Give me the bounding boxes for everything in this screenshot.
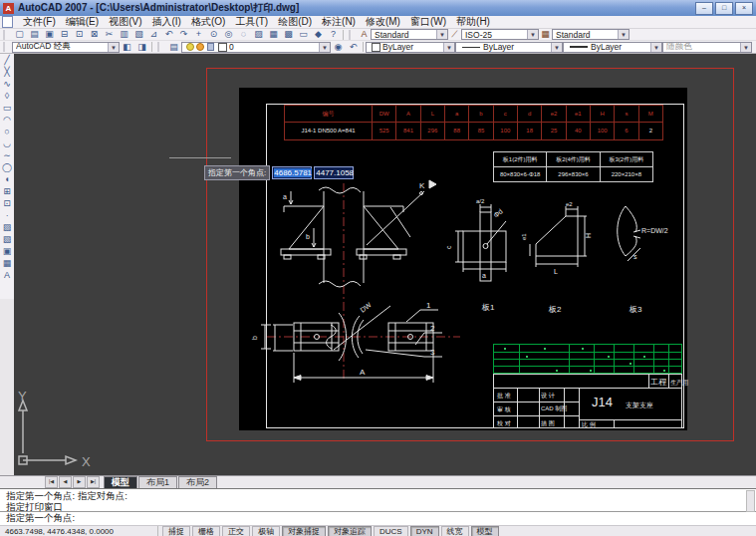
menu-tools[interactable]: 工具(T)	[230, 15, 273, 29]
command-scrollbar[interactable]	[746, 490, 755, 512]
circle-button[interactable]: ○	[1, 126, 13, 137]
menu-help[interactable]: 帮助(H)	[451, 15, 495, 29]
gradient-button[interactable]: ▧	[1, 233, 13, 245]
chevron-down-icon[interactable]: ▼	[108, 43, 119, 52]
tab-prev-button[interactable]: ◀	[59, 476, 72, 488]
markup-set-manager-button[interactable]: ◆	[311, 28, 326, 41]
cut-button[interactable]: ✂	[102, 28, 117, 41]
pan-button[interactable]: +	[191, 28, 206, 41]
tab-last-button[interactable]: ▶|	[87, 476, 100, 488]
close-button[interactable]: ×	[735, 2, 753, 15]
revision-cloud-button[interactable]: ◡	[1, 137, 13, 149]
ortho-toggle[interactable]: 正交	[222, 526, 250, 536]
menu-format[interactable]: 格式(O)	[186, 15, 230, 29]
sheet-set-manager-button[interactable]: ▭	[296, 28, 311, 41]
toolbar-grip[interactable]	[3, 30, 9, 40]
make-block-button[interactable]: ⊡	[1, 197, 13, 209]
make-layer-current-icon[interactable]: ◉	[331, 41, 346, 54]
grid-toggle[interactable]: 栅格	[192, 526, 220, 536]
tool-palettes-button[interactable]: ▩	[281, 28, 296, 41]
drawing-canvas[interactable]: a b K DW 1 2 3 A b a/2 c a Φd 板1 e2 e1 H	[14, 54, 756, 475]
insert-block-button[interactable]: ⊞	[1, 185, 13, 197]
region-button[interactable]: ▣	[1, 245, 13, 257]
workspace-combo[interactable]: AutoCAD 经典 ▼	[12, 42, 120, 53]
help-button[interactable]: ?	[326, 28, 341, 41]
polygon-button[interactable]: ◊	[1, 90, 13, 102]
minimize-button[interactable]: –	[695, 2, 713, 15]
menu-file[interactable]: 文件(F)	[18, 15, 61, 29]
menu-modify[interactable]: 修改(M)	[361, 15, 405, 29]
osnap-toggle[interactable]: 对象捕捉	[282, 526, 326, 536]
table-style-combo[interactable]: Standard ▼	[552, 29, 630, 40]
lwt-toggle[interactable]: 线宽	[441, 526, 469, 536]
tab-model[interactable]: 模型	[104, 476, 137, 489]
tab-next-button[interactable]: ▶	[73, 476, 86, 488]
ellipse-arc-button[interactable]: ◖	[1, 173, 13, 185]
drawing-window-icon[interactable]	[2, 16, 13, 28]
zoom-previous-button[interactable]: ◌	[236, 28, 251, 41]
layer-on-icon[interactable]	[186, 43, 194, 51]
hatch-button[interactable]: ▨	[1, 221, 13, 233]
layer-lock-icon[interactable]	[207, 43, 214, 51]
layer-combo[interactable]: 0 ▼	[181, 42, 331, 53]
coordinate-readout[interactable]: 4663.7498, 4476.4348, 0.0000	[0, 526, 158, 536]
chevron-down-icon[interactable]: ▼	[618, 30, 629, 39]
dim-style-combo[interactable]: ISO-25 ▼	[461, 29, 539, 40]
layer-previous-icon[interactable]: ↶	[346, 41, 361, 54]
dynamic-input-y-field[interactable]: 4477.1058	[314, 166, 354, 179]
menu-insert[interactable]: 插入(I)	[146, 15, 185, 29]
toolbar-grip[interactable]	[349, 30, 355, 40]
save-button[interactable]: ▣	[42, 28, 57, 41]
paste-button[interactable]: ▧	[131, 28, 146, 41]
snap-toggle[interactable]: 捕捉	[162, 526, 190, 536]
ellipse-button[interactable]: ◯	[1, 161, 13, 173]
dynamic-input-x-field[interactable]: 4686.5781	[272, 166, 312, 179]
dyn-toggle[interactable]: DYN	[410, 526, 439, 536]
color-combo[interactable]: ByLayer ▼	[366, 42, 455, 53]
open-button[interactable]: ▤	[27, 28, 42, 41]
construction-line-button[interactable]: ╳	[1, 66, 13, 78]
command-prompt[interactable]: 指定第一个角点:	[0, 512, 756, 524]
redo-button[interactable]: ↷	[176, 28, 191, 41]
rectangle-button[interactable]: ▭	[1, 102, 13, 114]
model-toggle[interactable]: 模型	[471, 526, 499, 536]
menu-edit[interactable]: 编辑(E)	[61, 15, 104, 29]
ducs-toggle[interactable]: DUCS	[374, 526, 408, 536]
layer-properties-manager-icon[interactable]: ▤	[166, 41, 181, 54]
zoom-window-button[interactable]: ◎	[221, 28, 236, 41]
chevron-down-icon[interactable]: ▼	[436, 30, 447, 39]
designcenter-button[interactable]: ▦	[266, 28, 281, 41]
plot-button[interactable]: ⊟	[57, 28, 72, 41]
chevron-down-icon[interactable]: ▼	[527, 30, 538, 39]
toolbar-grip[interactable]	[157, 42, 163, 52]
table-button[interactable]: ▦	[1, 257, 13, 269]
otrack-toggle[interactable]: 对象追踪	[328, 526, 372, 536]
new-button[interactable]: ▢	[12, 28, 27, 41]
tab-first-button[interactable]: |◀	[45, 476, 58, 488]
line-button[interactable]: ╱	[1, 54, 13, 66]
tab-layout1[interactable]: 布局1	[138, 476, 177, 489]
layer-freeze-icon[interactable]	[196, 43, 204, 51]
plot-preview-button[interactable]: ⊡	[72, 28, 87, 41]
tab-layout2[interactable]: 布局2	[178, 476, 217, 489]
mtext-button[interactable]: A	[1, 269, 13, 281]
publish-button[interactable]: ⊠	[87, 28, 102, 41]
menu-window[interactable]: 窗口(W)	[405, 15, 451, 29]
linetype-combo[interactable]: ByLayer ▼	[455, 42, 563, 53]
chevron-down-icon[interactable]: ▼	[551, 43, 562, 52]
chevron-down-icon[interactable]: ▼	[319, 43, 330, 52]
chevron-down-icon[interactable]: ▼	[650, 43, 661, 52]
polar-toggle[interactable]: 极轴	[252, 526, 280, 536]
layer-color-swatch[interactable]	[218, 43, 227, 52]
copy-button[interactable]: ▥	[117, 28, 131, 41]
workspace-save-icon[interactable]: ◨	[134, 41, 149, 54]
spline-button[interactable]: ∼	[1, 149, 13, 161]
maximize-button[interactable]: □	[715, 2, 733, 15]
command-window[interactable]: 指定第一个角点: 指定对角点: 指定打印窗口 指定第一个角点:	[0, 488, 756, 525]
properties-button[interactable]: ▨	[251, 28, 266, 41]
lineweight-combo[interactable]: ByLayer ▼	[563, 42, 662, 53]
workspace-settings-icon[interactable]: ◧	[120, 41, 134, 54]
polyline-button[interactable]: ∿	[1, 78, 13, 90]
arc-button[interactable]: ◠	[1, 114, 13, 126]
point-button[interactable]: ∙	[1, 209, 13, 221]
